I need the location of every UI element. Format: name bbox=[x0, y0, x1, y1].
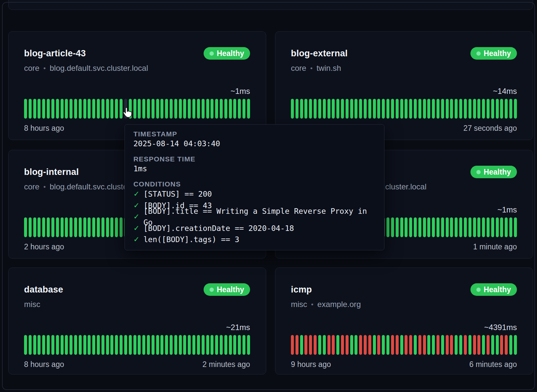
status-bar[interactable] bbox=[24, 335, 27, 355]
status-bar[interactable] bbox=[115, 99, 118, 119]
status-bar[interactable] bbox=[47, 217, 50, 237]
status-bar[interactable] bbox=[373, 335, 376, 355]
status-bar[interactable] bbox=[106, 335, 109, 355]
status-bar[interactable] bbox=[124, 335, 127, 355]
status-bar[interactable] bbox=[514, 99, 517, 119]
status-bar[interactable] bbox=[386, 99, 389, 119]
status-bar[interactable] bbox=[346, 335, 349, 355]
status-bar[interactable] bbox=[165, 99, 168, 119]
status-bar[interactable] bbox=[464, 99, 467, 119]
status-bar[interactable] bbox=[514, 335, 517, 355]
status-bar[interactable] bbox=[418, 335, 421, 355]
status-bar[interactable] bbox=[51, 217, 54, 237]
status-bar[interactable] bbox=[56, 335, 59, 355]
status-bar[interactable] bbox=[152, 99, 155, 119]
status-bar[interactable] bbox=[405, 99, 408, 119]
status-bar[interactable] bbox=[491, 335, 494, 355]
status-bar[interactable] bbox=[418, 99, 421, 119]
status-bar[interactable] bbox=[215, 335, 218, 355]
status-bar[interactable] bbox=[192, 99, 195, 119]
status-bar[interactable] bbox=[92, 217, 95, 237]
status-bar[interactable] bbox=[179, 99, 182, 119]
status-bar[interactable] bbox=[427, 217, 430, 237]
status-bar[interactable] bbox=[152, 335, 155, 355]
service-card-blog-external[interactable]: blog-external Healthy core • twin.sh ~14… bbox=[275, 31, 533, 140]
status-bar[interactable] bbox=[188, 335, 191, 355]
status-bar[interactable] bbox=[427, 99, 430, 119]
status-bar[interactable] bbox=[247, 335, 250, 355]
uptime-bars[interactable] bbox=[291, 99, 517, 119]
status-bar[interactable] bbox=[509, 217, 512, 237]
status-bar[interactable] bbox=[304, 335, 307, 355]
status-bar[interactable] bbox=[455, 335, 458, 355]
status-bar[interactable] bbox=[92, 335, 95, 355]
status-bar[interactable] bbox=[455, 217, 458, 237]
status-bar[interactable] bbox=[156, 335, 159, 355]
status-bar[interactable] bbox=[509, 335, 512, 355]
status-bar[interactable] bbox=[350, 99, 353, 119]
status-bar[interactable] bbox=[450, 335, 453, 355]
status-bar[interactable] bbox=[83, 99, 86, 119]
status-bar[interactable] bbox=[477, 335, 480, 355]
status-bar[interactable] bbox=[309, 99, 312, 119]
status-bar[interactable] bbox=[382, 335, 385, 355]
status-bar[interactable] bbox=[346, 99, 349, 119]
status-bar[interactable] bbox=[491, 217, 494, 237]
status-bar[interactable] bbox=[174, 99, 177, 119]
status-bar[interactable] bbox=[332, 335, 335, 355]
status-bar[interactable] bbox=[160, 99, 163, 119]
status-bar[interactable] bbox=[309, 335, 312, 355]
status-bar[interactable] bbox=[33, 217, 36, 237]
status-bar[interactable] bbox=[165, 335, 168, 355]
status-bar[interactable] bbox=[473, 217, 476, 237]
status-bar[interactable] bbox=[65, 99, 68, 119]
status-bar[interactable] bbox=[83, 335, 86, 355]
status-bar[interactable] bbox=[183, 335, 186, 355]
status-bar[interactable] bbox=[364, 335, 367, 355]
status-bar[interactable] bbox=[74, 99, 77, 119]
status-bar[interactable] bbox=[147, 99, 150, 119]
status-bar[interactable] bbox=[341, 335, 344, 355]
status-bar[interactable] bbox=[233, 99, 236, 119]
status-bar[interactable] bbox=[61, 99, 64, 119]
status-bar[interactable] bbox=[188, 99, 191, 119]
status-bar[interactable] bbox=[468, 217, 471, 237]
status-bar[interactable] bbox=[473, 99, 476, 119]
status-bar[interactable] bbox=[224, 335, 227, 355]
status-bar[interactable] bbox=[468, 335, 471, 355]
status-bar[interactable] bbox=[51, 99, 54, 119]
status-bar[interactable] bbox=[56, 217, 59, 237]
status-bar[interactable] bbox=[101, 335, 104, 355]
status-bar[interactable] bbox=[441, 99, 444, 119]
status-bar[interactable] bbox=[74, 217, 77, 237]
status-bar[interactable] bbox=[464, 335, 467, 355]
status-bar[interactable] bbox=[42, 99, 45, 119]
status-bar[interactable] bbox=[323, 335, 326, 355]
status-bar[interactable] bbox=[38, 335, 41, 355]
status-bar[interactable] bbox=[24, 217, 27, 237]
status-bar[interactable] bbox=[97, 99, 100, 119]
status-bar[interactable] bbox=[129, 335, 132, 355]
status-bar[interactable] bbox=[446, 99, 449, 119]
status-bar[interactable] bbox=[437, 217, 439, 237]
status-bar[interactable] bbox=[327, 99, 330, 119]
status-bar[interactable] bbox=[409, 217, 412, 237]
status-bar[interactable] bbox=[110, 335, 113, 355]
status-bar[interactable] bbox=[459, 217, 462, 237]
status-bar[interactable] bbox=[88, 99, 91, 119]
status-bar[interactable] bbox=[359, 335, 362, 355]
status-bar[interactable] bbox=[33, 99, 36, 119]
status-bar[interactable] bbox=[211, 99, 213, 119]
status-bar[interactable] bbox=[427, 335, 430, 355]
status-bar[interactable] bbox=[38, 217, 41, 237]
status-bar[interactable] bbox=[24, 99, 27, 119]
status-bar[interactable] bbox=[459, 99, 462, 119]
status-bar[interactable] bbox=[79, 99, 82, 119]
status-bar[interactable] bbox=[97, 335, 100, 355]
status-bar[interactable] bbox=[373, 99, 376, 119]
status-bar[interactable] bbox=[332, 99, 335, 119]
status-bar[interactable] bbox=[51, 335, 54, 355]
status-bar[interactable] bbox=[304, 99, 307, 119]
status-bar[interactable] bbox=[500, 335, 503, 355]
status-bar[interactable] bbox=[514, 217, 517, 237]
